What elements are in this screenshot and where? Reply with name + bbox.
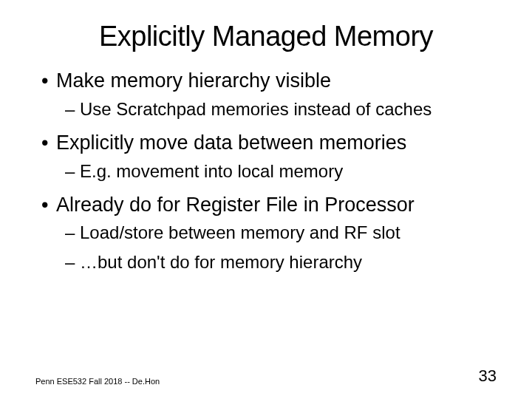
slide-title: Explicitly Managed Memory bbox=[35, 21, 497, 52]
slide-content: Make memory hierarchy visible Use Scratc… bbox=[35, 69, 497, 273]
bullet-level2: Load/store between memory and RF slot bbox=[41, 222, 497, 244]
bullet-group: Already do for Register File in Processo… bbox=[41, 193, 497, 274]
bullet-group: Explicitly move data between memories E.… bbox=[41, 131, 497, 183]
bullet-level1: Make memory hierarchy visible bbox=[41, 69, 497, 94]
slide-container: Explicitly Managed Memory Make memory hi… bbox=[0, 0, 532, 399]
bullet-group: Make memory hierarchy visible Use Scratc… bbox=[41, 69, 497, 120]
bullet-level2: …but don't do for memory hierarchy bbox=[41, 251, 497, 273]
footer-credit: Penn ESE532 Fall 2018 -- De.Hon bbox=[35, 377, 160, 386]
bullet-level1: Already do for Register File in Processo… bbox=[41, 193, 497, 218]
page-number: 33 bbox=[479, 366, 497, 386]
bullet-level1: Explicitly move data between memories bbox=[41, 131, 497, 156]
slide-footer: Penn ESE532 Fall 2018 -- De.Hon 33 bbox=[35, 366, 497, 386]
bullet-level2: E.g. movement into local memory bbox=[41, 160, 497, 183]
bullet-level2: Use Scratchpad memories instead of cache… bbox=[41, 98, 497, 120]
